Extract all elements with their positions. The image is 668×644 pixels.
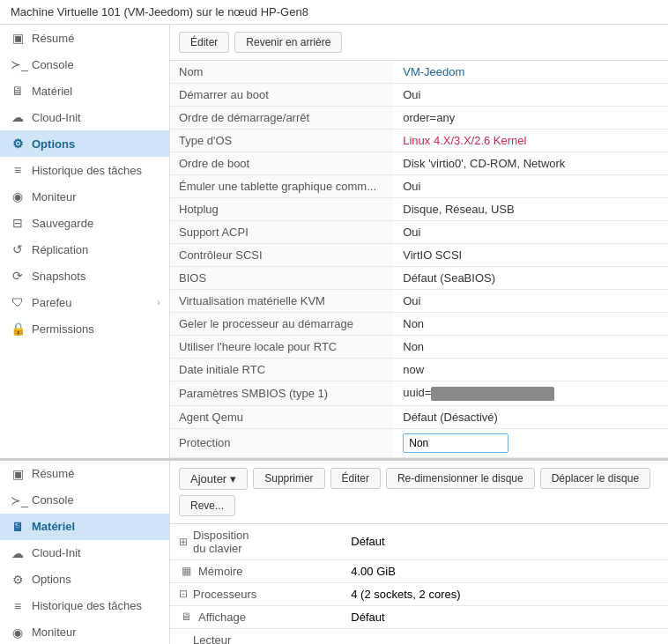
moniteur2-icon: ◉ xyxy=(11,625,25,640)
sidebar-item-sauvegarde[interactable]: ⊟ Sauvegarde xyxy=(0,210,169,236)
sidebar-label-resume2: Résumé xyxy=(32,467,74,480)
option-label-14: Paramètres SMBIOS (type 1) xyxy=(170,381,394,406)
sidebar-label-resume: Résumé xyxy=(32,32,74,45)
option-label-9: BIOS xyxy=(170,267,394,290)
hw-value-2: 4 (2 sockets, 2 cores) xyxy=(342,582,668,605)
option-row-12: Utiliser l'heure locale pour RTCNon xyxy=(170,336,668,359)
parefeu-icon: 🛡 xyxy=(11,295,25,309)
resize-button[interactable]: Re-dimensionner le disque xyxy=(386,468,535,489)
sidebar-item-replication[interactable]: ↺ Réplication xyxy=(0,236,169,263)
bottom-toolbar: Ajouter ▾ Supprimer Éditer Re-dimensionn… xyxy=(170,461,668,524)
hardware-row-1: ▦ Mémoire 4.00 GiB xyxy=(170,559,668,582)
snapshots-icon: ⟳ xyxy=(11,269,25,283)
bottom-edit-button[interactable]: Éditer xyxy=(330,468,381,489)
permissions-icon: 🔒 xyxy=(11,322,25,336)
sidebar-item-materiel[interactable]: 🖥 Matériel xyxy=(0,78,169,104)
option-value-5: Oui xyxy=(394,175,668,198)
sidebar-item-console[interactable]: ≻_ Console xyxy=(0,51,169,78)
option-value-6: Disque, Réseau, USB xyxy=(394,198,668,221)
sidebar-label-materiel2: Matériel xyxy=(32,520,75,533)
protection-input[interactable] xyxy=(403,433,508,453)
option-row-9: BIOSDéfaut (SeaBIOS) xyxy=(170,267,668,290)
add-button[interactable]: Ajouter ▾ xyxy=(179,468,248,490)
hardware-row-0: ⊞ Disposition du clavier Défaut xyxy=(170,524,668,560)
resume-icon: ▣ xyxy=(11,31,25,45)
hw-value-0: Défaut xyxy=(342,524,668,560)
sidebar-item-historique[interactable]: ≡ Historique des tâches xyxy=(0,157,169,183)
sidebar-arrow-parefeu: › xyxy=(157,297,160,307)
option-label-6: Hotplug xyxy=(170,198,394,221)
options-table: NomVM-JeedomDémarrer au bootOuiOrdre de … xyxy=(170,61,668,458)
option-row-10: Virtualisation matérielle KVMOui xyxy=(170,290,668,313)
sidebar-item-options2[interactable]: ⚙ Options xyxy=(0,566,169,593)
option-label-5: Émuler une tablette graphique comm... xyxy=(170,175,394,198)
hardware-row-4: ◎ Lecteur CD/DVD (ide2) local:iso/debian… xyxy=(170,628,668,644)
sidebar-label-historique: Historique des tâches xyxy=(32,164,142,177)
dropdown-arrow-icon: ▾ xyxy=(230,472,236,485)
sidebar-label-parefeu: Parefeu xyxy=(32,296,72,309)
option-label-2: Ordre de démarrage/arrêt xyxy=(170,107,394,130)
hw-value-4: local:iso/debian-9.8.0-amd64-netinst.iso… xyxy=(342,628,668,644)
sidebar-item-resume2[interactable]: ▣ Résumé xyxy=(0,461,169,487)
option-row-15: Agent QemuDéfaut (Désactivé) xyxy=(170,405,668,428)
historique2-icon: ≡ xyxy=(11,599,25,613)
sidebar-label-options: Options xyxy=(32,137,75,151)
option-value-13: now xyxy=(394,359,668,381)
sidebar-label-historique2: Historique des tâches xyxy=(32,599,142,612)
sidebar-item-materiel2[interactable]: 🖥 Matériel xyxy=(0,514,169,540)
sidebar-item-permissions[interactable]: 🔒 Permissions xyxy=(0,315,169,342)
protection-value[interactable] xyxy=(394,428,668,457)
sidebar-item-options[interactable]: ⚙ Options xyxy=(0,130,169,157)
hw-icon-1: ▦ xyxy=(179,565,193,577)
sidebar-item-parefeu[interactable]: 🛡 Parefeu › xyxy=(0,289,169,315)
option-row-13: Date initiale RTCnow xyxy=(170,359,668,381)
option-value-0: VM-Jeedom xyxy=(394,61,668,84)
sidebar-item-console2[interactable]: ≻_ Console xyxy=(0,487,169,514)
sidebar-item-historique2[interactable]: ≡ Historique des tâches xyxy=(0,593,169,619)
hw-label-text-0: Disposition du clavier xyxy=(193,529,256,555)
option-label-8: Contrôleur SCSI xyxy=(170,244,394,267)
revert-button[interactable]: Reve... xyxy=(179,495,235,516)
option-value-2: order=any xyxy=(394,107,668,130)
sidebar-label-replication: Réplication xyxy=(32,243,88,256)
sidebar-item-moniteur2[interactable]: ◉ Moniteur xyxy=(0,619,169,644)
sidebar-label-moniteur2: Moniteur xyxy=(32,625,77,639)
sidebar-item-cloud-init2[interactable]: ☁ Cloud-Init xyxy=(0,540,169,566)
option-label-13: Date initiale RTC xyxy=(170,359,394,381)
sauvegarde-icon: ⊟ xyxy=(11,216,25,230)
move-button[interactable]: Déplacer le disque xyxy=(540,468,650,489)
sidebar-label-materiel: Matériel xyxy=(32,85,72,98)
sidebar-item-resume[interactable]: ▣ Résumé xyxy=(0,25,169,51)
option-row-6: HotplugDisque, Réseau, USB xyxy=(170,198,668,221)
sidebar-item-moniteur[interactable]: ◉ Moniteur xyxy=(0,183,169,210)
delete-button[interactable]: Supprimer xyxy=(253,468,324,489)
option-value-1: Oui xyxy=(394,84,668,107)
sidebar-item-snapshots[interactable]: ⟳ Snapshots xyxy=(0,263,169,289)
hw-icon-2: ⊡ xyxy=(179,588,188,600)
back-button[interactable]: Revenir en arrière xyxy=(234,32,342,53)
option-label-12: Utiliser l'heure locale pour RTC xyxy=(170,336,394,359)
option-row-0: NomVM-Jeedom xyxy=(170,61,668,84)
cloud-init2-icon: ☁ xyxy=(11,546,25,560)
materiel2-icon: 🖥 xyxy=(11,520,25,534)
sidebar-label-console2: Console xyxy=(32,493,74,507)
options2-icon: ⚙ xyxy=(11,573,25,587)
option-value-7: Oui xyxy=(394,221,668,244)
console-icon: ≻_ xyxy=(11,57,25,71)
hw-label-1: ▦ Mémoire xyxy=(170,560,264,582)
hw-label-text-2: Processeurs xyxy=(193,588,256,601)
hw-label-3: 🖥 Affichage xyxy=(170,606,264,628)
edit-button[interactable]: Éditer xyxy=(179,32,229,53)
option-value-12: Non xyxy=(394,336,668,359)
option-value-4: Disk 'virtio0', CD-ROM, Network xyxy=(394,152,668,175)
top-sidebar: ▣ Résumé ≻_ Console 🖥 Matériel ☁ Cloud-I… xyxy=(0,25,170,458)
page-title: Machine Virtuelle 101 (VM-Jeedom) sur le… xyxy=(0,0,668,25)
sidebar-label-cloud-init2: Cloud-Init xyxy=(32,546,81,559)
sidebar-item-cloud-init[interactable]: ☁ Cloud-Init xyxy=(0,104,169,130)
hw-value-3: Défaut xyxy=(342,605,668,628)
option-row-3: Type d'OSLinux 4.X/3.X/2.6 Kernel xyxy=(170,130,668,152)
sidebar-label-permissions: Permissions xyxy=(32,322,94,336)
option-label-10: Virtualisation matérielle KVM xyxy=(170,290,394,313)
option-label-1: Démarrer au boot xyxy=(170,84,394,107)
materiel-icon: 🖥 xyxy=(11,84,25,98)
